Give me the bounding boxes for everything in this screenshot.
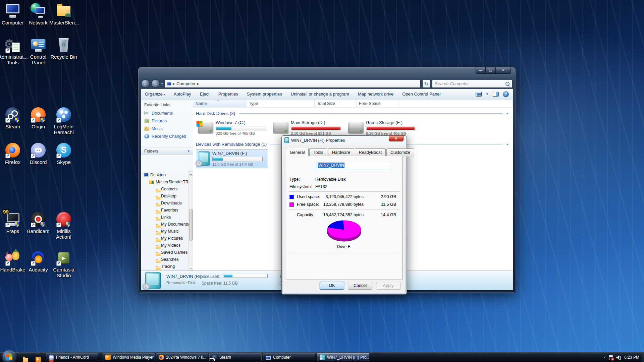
tab-tools[interactable]: Tools xyxy=(309,148,327,157)
tree-item[interactable]: Searches xyxy=(141,256,189,263)
refresh-button[interactable]: ↻ xyxy=(422,80,430,88)
taskbar-button-properties[interactable]: WIN7_DRVIN (F:) Pro... xyxy=(317,353,369,361)
taskbar-button-armcord[interactable]: Friends - ArmCord xyxy=(46,353,98,361)
organize-menu[interactable]: Organize xyxy=(145,92,165,97)
desktop-icon-network[interactable]: Network xyxy=(24,3,53,25)
breadcrumb-arrow-icon[interactable]: ▶ xyxy=(197,82,199,85)
desktop-icon-origin[interactable]: Origin xyxy=(24,107,53,129)
chevron-down-icon[interactable]: ▼ xyxy=(187,149,190,153)
column-header-type[interactable]: Type xyxy=(247,100,315,107)
taskbar-clock[interactable]: 6:23 PM xyxy=(624,355,639,360)
sidebar-item-music[interactable]: Music xyxy=(141,125,193,132)
drive-tile-f-selected[interactable]: WIN7_DRVIN (F:) 11.5 GB free of 14.4 GB xyxy=(196,149,268,168)
tree-scrollbar[interactable]: ▲ ▼ xyxy=(189,171,193,270)
map-network-drive-button[interactable]: Map network drive xyxy=(358,92,393,97)
tree-item[interactable]: Saved Games xyxy=(141,249,189,256)
tree-item[interactable]: MasterSlenderTR xyxy=(141,178,189,185)
tab-customize[interactable]: Customize xyxy=(386,148,414,157)
desktop-icon-skype[interactable]: Skype xyxy=(49,142,78,165)
ok-button[interactable]: OK xyxy=(320,282,344,290)
drive-tile-c[interactable]: Windows 7 (C:) 320 GB free of 465 GB xyxy=(196,118,271,137)
desktop-icon-mirillis[interactable]: Mirillis Action! xyxy=(49,211,78,240)
cancel-button[interactable]: Cancel xyxy=(348,282,372,290)
tab-general[interactable]: General xyxy=(286,148,309,156)
minimize-button[interactable]: — xyxy=(476,67,486,74)
search-box[interactable]: Search Computer xyxy=(432,80,513,88)
tree-item[interactable]: Tracing xyxy=(141,263,189,270)
show-desktop-button[interactable] xyxy=(642,352,644,362)
taskbar-button-wmp[interactable]: Windows Media Player xyxy=(103,353,155,361)
system-properties-button[interactable]: System properties xyxy=(247,92,282,97)
tree-item[interactable]: Desktop xyxy=(141,192,189,199)
open-control-panel-button[interactable]: Open Control Panel xyxy=(402,92,440,97)
desktop-icon-handbrake[interactable]: HandBrake xyxy=(0,250,27,273)
sidebar-item-documents[interactable]: Documents xyxy=(141,109,193,117)
breadcrumb[interactable]: Computer xyxy=(176,81,196,86)
scrollbar-thumb[interactable] xyxy=(189,209,193,241)
sidebar-item-pictures[interactable]: Pictures xyxy=(141,117,193,125)
wmp-quicklaunch-icon[interactable] xyxy=(36,357,41,362)
desktop-icon-recycle-bin[interactable]: Recycle Bin xyxy=(49,37,78,60)
desktop-icon-steam[interactable]: Steam xyxy=(0,107,27,129)
forward-button[interactable]: → xyxy=(151,79,160,88)
scroll-up-icon[interactable]: ▲ xyxy=(189,171,193,176)
search-icon[interactable] xyxy=(505,81,510,86)
desktop-icon-camtasia[interactable]: Camtasia Studio xyxy=(49,250,78,278)
scroll-down-icon[interactable]: ▼ xyxy=(189,266,193,270)
folders-band[interactable]: Folders ▼ xyxy=(141,147,193,155)
sidebar-item-recently-changed[interactable]: Recently Changed xyxy=(141,132,193,140)
preview-pane-icon[interactable] xyxy=(493,92,499,97)
help-icon[interactable]: ? xyxy=(503,91,509,97)
start-button[interactable] xyxy=(3,351,15,362)
tree-item[interactable]: Desktop xyxy=(141,171,189,178)
explorer-quicklaunch-icon[interactable] xyxy=(23,358,28,362)
tab-hardware[interactable]: Hardware xyxy=(328,148,354,157)
drive-tile-e[interactable]: Game Storage (E:) 8.36 GB free of 465 GB xyxy=(346,118,421,137)
tree-item[interactable]: Links xyxy=(141,214,189,221)
collapse-chevron-icon[interactable] xyxy=(506,143,509,145)
column-header-total-size[interactable]: Total Size xyxy=(315,100,357,107)
close-button[interactable]: ✕ xyxy=(496,67,511,74)
views-icon[interactable] xyxy=(476,92,482,97)
address-bar[interactable]: ▶ Computer ▶ xyxy=(164,80,421,88)
dialog-close-button[interactable] xyxy=(389,135,404,141)
volume-label-input[interactable]: WIN7_DRVIN xyxy=(317,162,391,169)
apply-button[interactable]: Apply xyxy=(376,282,400,290)
action-center-icon[interactable]: ✕ xyxy=(608,355,613,360)
title-bar[interactable]: — ▢ ✕ xyxy=(138,67,516,78)
column-header-name[interactable]: Name xyxy=(193,100,247,107)
tab-readyboost[interactable]: ReadyBoost xyxy=(355,148,386,157)
uninstall-button[interactable]: Uninstall or change a program xyxy=(291,92,349,97)
taskbar-button-computer[interactable]: Computer xyxy=(263,353,315,361)
desktop-icon-control-panel[interactable]: Control Panel xyxy=(24,37,53,65)
desktop-icon-discord[interactable]: Discord xyxy=(24,142,53,165)
desktop-icon-computer[interactable]: Computer xyxy=(0,3,27,25)
desktop-icon-fraps[interactable]: 99 Fraps xyxy=(0,211,27,234)
desktop-icon-firefox[interactable]: Firefox xyxy=(0,142,27,165)
tree-item[interactable]: Downloads xyxy=(141,199,189,206)
eject-button[interactable]: Eject xyxy=(200,92,210,97)
hidden-icons-chevron[interactable]: ‹ xyxy=(604,355,605,360)
breadcrumb-arrow-icon[interactable]: ▶ xyxy=(173,82,175,85)
maximize-button[interactable]: ▢ xyxy=(486,67,496,74)
desktop-icon-bandicam[interactable]: Bandicam xyxy=(24,211,53,234)
group-header-hdd[interactable]: Hard Disk Drives (3) xyxy=(193,108,513,116)
volume-icon[interactable] xyxy=(616,355,621,360)
history-dropdown-icon[interactable]: ▾ xyxy=(161,82,163,85)
drive-tile-d[interactable]: Main Storage (D:) 2.10 GB free of 931 GB xyxy=(271,118,346,137)
desktop-icon-audacity[interactable]: Audacity xyxy=(24,250,53,273)
tree-item[interactable]: Favorites xyxy=(141,206,189,214)
autoplay-button[interactable]: AutoPlay xyxy=(174,92,191,97)
back-button[interactable]: ← xyxy=(141,79,150,88)
tree-item[interactable]: My Videos xyxy=(141,242,189,249)
properties-button[interactable]: Properties xyxy=(218,92,238,97)
desktop-icon-admin-tools[interactable]: ⚙ Administrat... Tools xyxy=(0,37,27,65)
tree-item[interactable]: My Music xyxy=(141,228,189,235)
taskbar-button-steam[interactable]: Steam xyxy=(209,353,262,361)
dialog-title-bar[interactable]: WIN7_DRVIN (F:) Properties xyxy=(282,136,407,145)
column-header-free-space[interactable]: Free Space xyxy=(357,100,398,107)
tree-item[interactable]: My Pictures xyxy=(141,235,189,242)
tree-item[interactable]: My Documents xyxy=(141,221,189,228)
desktop-icon-hamachi[interactable]: LogMeIn Hamachi xyxy=(49,107,78,135)
desktop-icon-masterslender[interactable]: MasterSlen... xyxy=(49,3,78,25)
